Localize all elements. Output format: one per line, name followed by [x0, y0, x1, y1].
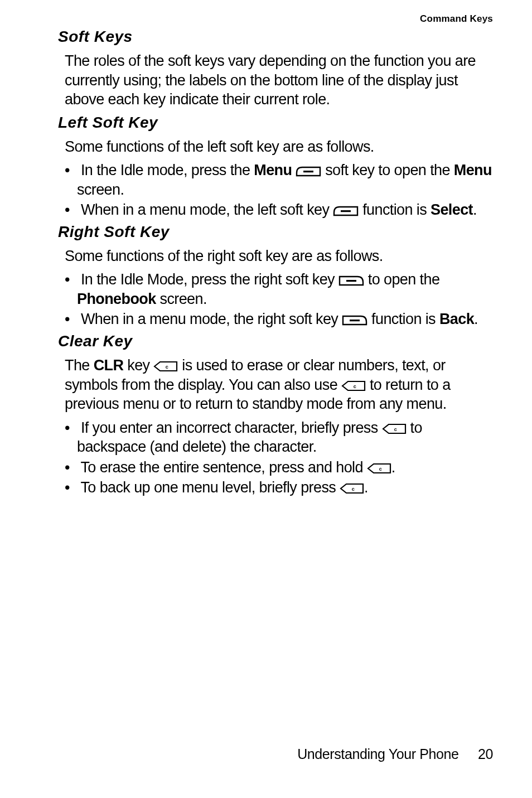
- chapter-title: Understanding Your Phone: [297, 746, 458, 762]
- list-item: In the Idle Mode, press the right soft k…: [65, 270, 493, 308]
- bold-select: Select: [431, 201, 473, 218]
- text: .: [473, 201, 477, 218]
- bold-clr: CLR: [94, 357, 124, 374]
- text: If you enter an incorrect character, bri…: [81, 419, 382, 436]
- section-header: Command Keys: [58, 13, 493, 25]
- heading-clear-key: Clear Key: [58, 332, 493, 350]
- text: In the Idle Mode, press the right soft k…: [81, 271, 338, 288]
- list-left-soft-key: In the Idle mode, press the Menu soft ke…: [58, 161, 493, 220]
- text: to open the: [364, 271, 439, 288]
- list-item: In the Idle mode, press the Menu soft ke…: [65, 161, 493, 199]
- text: When in a menu mode, the left soft key: [81, 201, 333, 218]
- page-footer: Understanding Your Phone 20: [297, 746, 493, 762]
- list-item: If you enter an incorrect character, bri…: [65, 418, 493, 457]
- clr-key-icon: [367, 463, 391, 474]
- paragraph-clear-key: The CLR key is used to erase or clear nu…: [65, 356, 493, 414]
- bold-menu: Menu: [454, 162, 492, 178]
- clr-key-icon: [341, 380, 366, 391]
- text: .: [391, 459, 395, 476]
- clr-key-icon: [340, 483, 364, 494]
- bold-menu: Menu: [254, 162, 292, 178]
- bold-back: Back: [439, 311, 474, 327]
- list-item: When in a menu mode, the left soft key f…: [65, 200, 493, 220]
- text: To back up one menu level, briefly press: [80, 479, 340, 496]
- intro-left-soft-key: Some functions of the left soft key are …: [65, 137, 493, 157]
- heading-left-soft-key: Left Soft Key: [58, 114, 493, 132]
- text: When in a menu mode, the right soft key: [81, 311, 342, 327]
- page-container: Command Keys Soft Keys The roles of the …: [0, 0, 532, 798]
- paragraph-soft-keys: The roles of the soft keys vary dependin…: [65, 51, 493, 109]
- text: function is: [367, 311, 439, 327]
- right-soft-key-icon: [338, 275, 364, 286]
- intro-right-soft-key: Some functions of the right soft key are…: [65, 246, 493, 266]
- text: screen.: [156, 291, 207, 307]
- left-soft-key-icon: [296, 166, 321, 177]
- list-item: To erase the entire sentence, press and …: [65, 458, 493, 477]
- right-soft-key-icon: [342, 315, 367, 326]
- list-clear-key: If you enter an incorrect character, bri…: [58, 418, 493, 497]
- left-soft-key-icon: [333, 206, 359, 216]
- text: In the Idle mode, press the: [81, 162, 254, 178]
- text: [292, 162, 296, 178]
- text: key: [123, 357, 153, 374]
- text: screen.: [77, 181, 124, 198]
- heading-right-soft-key: Right Soft Key: [58, 223, 493, 241]
- clr-key-icon: [153, 361, 178, 372]
- text: The: [65, 357, 94, 374]
- bold-phonebook: Phonebook: [77, 291, 156, 307]
- page-number: 20: [478, 746, 493, 762]
- text: function is: [359, 201, 431, 218]
- text: soft key to open the: [321, 162, 453, 178]
- text: To erase the entire sentence, press and …: [80, 459, 366, 476]
- list-right-soft-key: In the Idle Mode, press the right soft k…: [58, 270, 493, 329]
- text: .: [474, 311, 478, 327]
- clr-key-icon: [382, 423, 407, 434]
- list-item: When in a menu mode, the right soft key …: [65, 309, 493, 329]
- text: .: [364, 479, 368, 496]
- heading-soft-keys: Soft Keys: [58, 28, 493, 46]
- list-item: To back up one menu level, briefly press…: [65, 478, 493, 497]
